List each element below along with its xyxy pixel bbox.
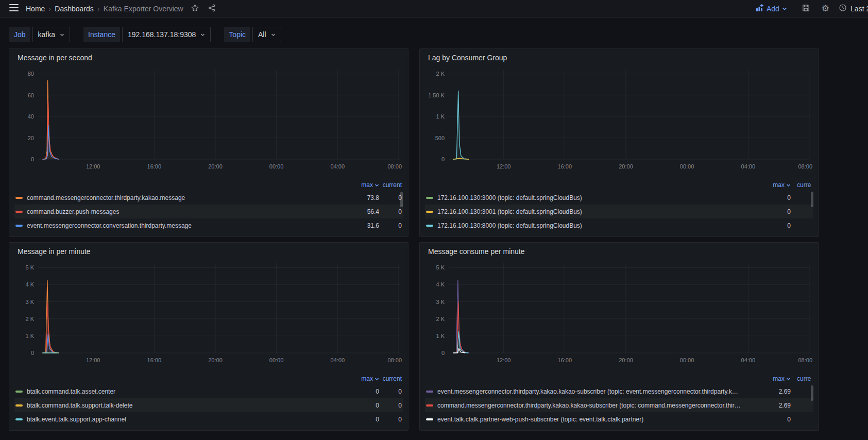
svg-text:04:00: 04:00 [331, 163, 345, 170]
svg-text:08:00: 08:00 [798, 163, 812, 170]
favorite-dashboard-button[interactable] [189, 2, 201, 16]
legend-current-header[interactable]: curre [791, 375, 812, 382]
legend-row: 172.16.100.130:3001 (topic: default.spri… [425, 205, 813, 218]
menu-toggle-button[interactable] [7, 2, 21, 15]
legend-max-header[interactable]: max [762, 181, 791, 189]
legend-max-value: 73.8 [350, 194, 379, 201]
svg-text:4 K: 4 K [436, 281, 445, 287]
svg-text:3 K: 3 K [436, 299, 445, 305]
series-color-indicator [15, 391, 23, 393]
legend-scrollbar[interactable] [811, 192, 813, 207]
save-dashboard-button[interactable] [799, 2, 812, 16]
time-series-svg: 01 K2 K3 K4 K5 K12:0016:0020:0000:0004:0… [14, 259, 403, 365]
time-range-picker[interactable]: Last 24 [839, 4, 868, 13]
legend-scrollbar[interactable] [811, 385, 813, 401]
legend-max-header[interactable]: max [762, 375, 791, 382]
legend: max current btalk.command.talk.asset.cen… [14, 373, 403, 427]
legend-scrollbar[interactable] [400, 192, 403, 207]
svg-text:12:00: 12:00 [497, 357, 511, 363]
legend-max-header[interactable]: max [350, 375, 379, 382]
legend: max curre 172.16.100.130:3000 (topic: de… [425, 179, 813, 233]
top-nav: Home › Dashboards › Kafka Exporter Overv… [0, 0, 868, 18]
legend-series-name[interactable]: 172.16.100.130:8000 (topic: default.spri… [437, 222, 762, 229]
add-panel-button[interactable]: Add [756, 4, 787, 13]
legend-current-value: 0 [379, 208, 402, 215]
clock-icon [839, 4, 847, 13]
legend-current-header[interactable]: curre [791, 181, 812, 189]
svg-text:2 K: 2 K [25, 316, 34, 322]
breadcrumb-dashboards[interactable]: Dashboards [55, 5, 94, 13]
time-series-chart[interactable]: 05001 K1.50 K2 K12:0016:0020:0000:0004:0… [425, 65, 813, 172]
svg-text:04:00: 04:00 [741, 163, 756, 170]
chevron-down-icon [782, 6, 787, 11]
legend-series-name[interactable]: event.messengerconnector.thirdparty.kaka… [437, 388, 762, 395]
legend-row: 172.16.100.130:3000 (topic: default.spri… [425, 191, 813, 205]
legend-row: btalk.command.talk.support.talk-delete00 [14, 398, 403, 412]
legend-series-name[interactable]: event.messengerconnector.conversation.th… [27, 222, 350, 229]
add-chart-icon [756, 4, 764, 13]
variable-topic-select[interactable]: All [252, 27, 281, 42]
legend-row: 172.16.100.130:8000 (topic: default.spri… [425, 218, 813, 232]
legend-series-name[interactable]: 172.16.100.130:3000 (topic: default.spri… [437, 194, 762, 201]
legend-max-value: 0 [762, 222, 791, 229]
panel-lag-by-consumer-group: Lag by Consumer Group 05001 K1.50 K2 K12… [419, 48, 819, 237]
legend: max current command.messengerconnector.t… [14, 179, 403, 233]
svg-text:12:00: 12:00 [497, 163, 511, 170]
legend-series-name[interactable]: command.messengerconnector.thirdparty.ka… [437, 402, 762, 409]
svg-text:0: 0 [31, 156, 34, 162]
series-color-indicator [15, 225, 23, 227]
legend-row: command.messengerconnector.thirdparty.ka… [425, 398, 813, 412]
panel-title[interactable]: Message in per minute [14, 246, 403, 259]
breadcrumb-current-page: Kafka Exporter Overview [104, 5, 183, 13]
legend-header: max curre [425, 179, 813, 191]
legend-series-name[interactable]: btalk.command.talk.support.talk-delete [27, 402, 350, 409]
legend-series-name[interactable]: 172.16.100.130:3001 (topic: default.spri… [437, 208, 762, 215]
svg-text:40: 40 [28, 113, 34, 120]
time-series-chart[interactable]: 02040608012:0016:0020:0000:0004:0008:00 [14, 65, 403, 172]
panel-message-in-per-minute: Message in per minute 01 K2 K3 K4 K5 K12… [9, 242, 409, 431]
legend-rows: 172.16.100.130:3000 (topic: default.spri… [425, 191, 813, 232]
legend-header: max current [14, 373, 403, 384]
svg-text:1 K: 1 K [25, 333, 34, 339]
legend-rows: command.messengerconnector.thirdparty.ka… [14, 191, 403, 232]
time-series-chart[interactable]: 01 K2 K3 K4 K5 K12:0016:0020:0000:0004:0… [425, 259, 813, 365]
svg-text:20:00: 20:00 [208, 357, 223, 363]
variable-job-select[interactable]: kafka [32, 27, 70, 42]
legend-row: command.messengerconnector.thirdparty.ka… [14, 191, 403, 205]
legend-max-value: 0 [350, 402, 379, 409]
legend-series-name[interactable]: event.talk.ctalk.partner-web-push-subscr… [437, 416, 762, 423]
svg-text:2 K: 2 K [436, 71, 445, 77]
svg-text:1 K: 1 K [436, 333, 445, 339]
share-dashboard-button[interactable] [206, 2, 218, 16]
dashboard-settings-button[interactable]: ⚙ [820, 2, 831, 15]
legend-series-name[interactable]: btalk.event.talk.support.app-channel [27, 416, 350, 423]
legend-current-header[interactable]: current [379, 181, 402, 189]
svg-text:20:00: 20:00 [208, 163, 223, 170]
variable-instance-select[interactable]: 192.168.137.18:9308 [122, 27, 211, 42]
panel-title[interactable]: Message consume per minute [425, 246, 813, 259]
legend-max-header[interactable]: max [350, 181, 379, 189]
panel-title[interactable]: Message in per second [14, 52, 403, 65]
svg-text:00:00: 00:00 [680, 163, 694, 170]
panel-title[interactable]: Lag by Consumer Group [425, 52, 813, 65]
chevron-right-icon: › [97, 5, 100, 12]
legend-series-name[interactable]: command.messengerconnector.thirdparty.ka… [27, 194, 350, 201]
legend-current-header[interactable]: current [379, 375, 402, 382]
legend-max-value: 0 [350, 388, 379, 395]
legend-series-name[interactable]: command.buzzer.push-messages [27, 208, 350, 215]
chevron-down-icon [271, 32, 276, 37]
breadcrumb-home[interactable]: Home [26, 5, 45, 13]
svg-text:1 K: 1 K [436, 113, 445, 120]
svg-text:5 K: 5 K [25, 264, 34, 270]
legend-series-name[interactable]: btalk.command.talk.asset.center [27, 388, 350, 395]
legend-row: btalk.event.talk.support.app-channel00 [14, 412, 403, 426]
panel-message-consume-per-minute: Message consume per minute 01 K2 K3 K4 K… [419, 242, 819, 431]
variable-job-label: Job [9, 27, 30, 42]
svg-text:20: 20 [28, 135, 34, 141]
svg-text:00:00: 00:00 [680, 357, 694, 363]
legend-current-value: 0 [379, 402, 402, 409]
svg-text:16:00: 16:00 [147, 163, 162, 170]
legend-max-value: 2.69 [762, 402, 791, 409]
legend-rows: event.messengerconnector.thirdparty.kaka… [425, 384, 813, 426]
time-series-chart[interactable]: 01 K2 K3 K4 K5 K12:0016:0020:0000:0004:0… [14, 259, 403, 365]
